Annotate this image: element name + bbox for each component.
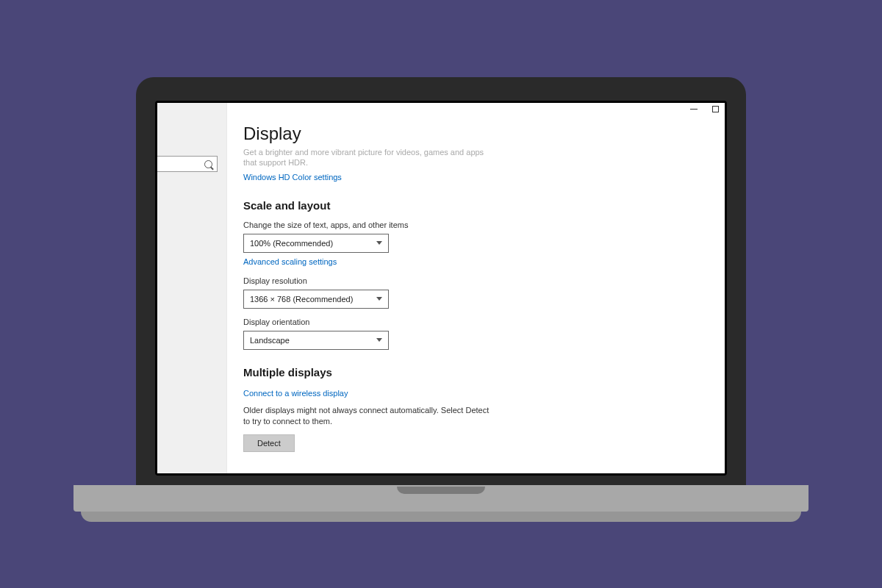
settings-sidebar bbox=[157, 103, 227, 473]
detect-info: Older displays might not always connect … bbox=[243, 405, 493, 428]
hdr-description: Get a brighter and more vibrant picture … bbox=[243, 147, 486, 168]
wireless-display-link[interactable]: Connect to a wireless display bbox=[243, 389, 348, 398]
scale-size-dropdown[interactable]: 100% (Recommended) bbox=[243, 234, 389, 253]
orientation-dropdown[interactable]: Landscape bbox=[243, 331, 389, 350]
chevron-down-icon bbox=[376, 338, 382, 342]
resolution-dropdown[interactable]: 1366 × 768 (Recommended) bbox=[243, 290, 389, 309]
detect-button[interactable]: Detect bbox=[243, 434, 295, 452]
laptop-trackpad-notch bbox=[397, 487, 485, 494]
maximize-button[interactable] bbox=[712, 106, 719, 112]
search-input[interactable] bbox=[157, 156, 218, 172]
settings-content: Display Get a brighter and more vibrant … bbox=[227, 103, 725, 473]
advanced-scaling-link[interactable]: Advanced scaling settings bbox=[243, 257, 337, 266]
window-controls bbox=[690, 106, 719, 112]
hd-color-link[interactable]: Windows HD Color settings bbox=[243, 173, 342, 182]
orientation-label: Display orientation bbox=[243, 318, 709, 326]
scale-size-value: 100% (Recommended) bbox=[250, 239, 333, 248]
display-settings-window: Display Get a brighter and more vibrant … bbox=[157, 103, 725, 473]
chevron-down-icon bbox=[376, 297, 382, 301]
laptop-inner-frame: Display Get a brighter and more vibrant … bbox=[155, 101, 727, 476]
chevron-down-icon bbox=[376, 241, 382, 245]
scale-size-label: Change the size of text, apps, and other… bbox=[243, 220, 709, 229]
scale-heading: Scale and layout bbox=[243, 199, 709, 212]
page-title: Display bbox=[243, 123, 709, 144]
minimize-button[interactable] bbox=[690, 109, 698, 110]
search-icon bbox=[204, 160, 212, 168]
multiple-displays-heading: Multiple displays bbox=[243, 366, 709, 379]
laptop-foot bbox=[81, 512, 801, 522]
laptop-bezel: Display Get a brighter and more vibrant … bbox=[136, 77, 746, 489]
orientation-value: Landscape bbox=[250, 336, 290, 345]
resolution-label: Display resolution bbox=[243, 276, 709, 285]
resolution-value: 1366 × 768 (Recommended) bbox=[250, 295, 353, 304]
